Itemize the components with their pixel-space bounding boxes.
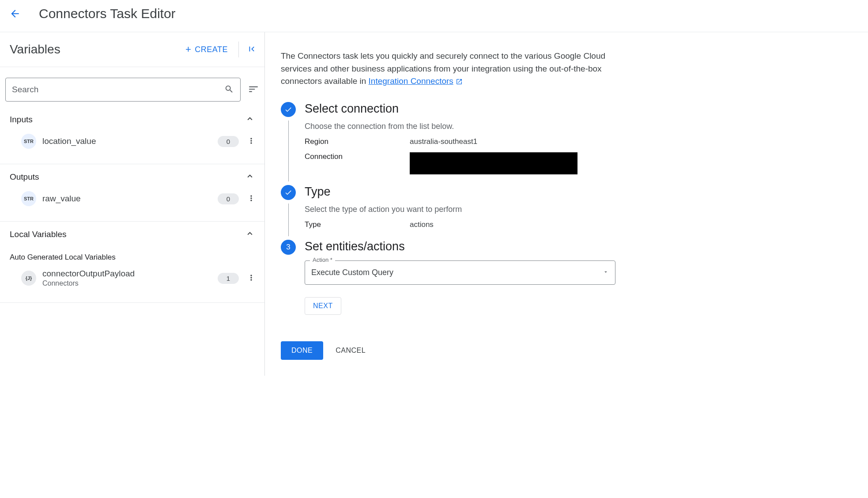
open-in-new-icon [456,76,463,86]
type-badge-str: STR [21,191,36,206]
collapse-panel-button[interactable] [244,42,259,58]
cancel-button[interactable]: CANCEL [336,347,366,355]
search-input[interactable] [12,85,224,94]
outputs-section-header[interactable]: Outputs [0,164,264,187]
step-number: 3 [281,240,296,255]
region-value: australia-southeast1 [410,137,477,146]
variables-panel: Variables + CREATE Inputs [0,32,265,376]
region-label: Region [305,137,410,146]
variable-row[interactable]: {J} connectorOutputPayload Connectors 1 [0,264,264,292]
step-complete-icon [281,185,296,200]
step-complete-icon [281,102,296,117]
more-vert-icon [247,136,256,145]
back-arrow-button[interactable] [9,8,21,20]
done-button[interactable]: DONE [281,341,323,360]
inputs-label: Inputs [10,115,245,124]
variable-more-button[interactable] [245,192,257,206]
create-label: CREATE [195,45,228,54]
arrow-left-icon [9,8,21,19]
filter-list-icon [248,83,259,95]
step-title: Type [305,185,852,199]
more-vert-icon [247,194,256,203]
local-variables-label: Local Variables [10,230,245,239]
action-value: Execute Custom Query [311,268,603,277]
type-badge-json: {J} [21,271,36,286]
variable-row[interactable]: STR location_value 0 [0,129,264,153]
type-value: actions [410,220,434,229]
variable-more-button[interactable] [245,272,257,285]
variable-name: connectorOutputPayload [42,269,211,279]
step-set-entities-actions: 3 Set entities/actions Action * Execute … [281,240,852,325]
step-type: Type Select the type of action you want … [281,185,852,240]
chevron-up-icon [245,171,255,182]
divider [238,42,239,57]
connection-value-redacted [410,152,577,174]
step-select-connection: Select connection Choose the connection … [281,102,852,185]
step-title: Set entities/actions [305,240,852,253]
variable-subtitle: Connectors [42,279,211,287]
create-variable-button[interactable]: + CREATE [180,40,233,59]
connection-label: Connection [305,152,410,161]
intro-text: The Connectors task lets you quickly and… [281,50,616,88]
inputs-section-header[interactable]: Inputs [0,107,264,129]
plus-icon: + [185,44,191,55]
reference-count-pill: 1 [218,273,239,284]
page-title: Connectors Task Editor [39,6,176,21]
action-field-label: Action * [310,257,335,263]
step-title: Select connection [305,102,852,116]
variable-name: location_value [42,136,211,146]
collapse-left-icon [247,44,257,54]
outputs-label: Outputs [10,172,245,182]
step-subtitle: Select the type of action you want to pe… [305,205,852,214]
step-subtitle: Choose the connection from the list belo… [305,122,852,131]
local-variables-section-header[interactable]: Local Variables [0,222,264,244]
action-dropdown[interactable]: Execute Custom Query [305,260,615,285]
variables-title: Variables [10,42,180,57]
reference-count-pill: 0 [218,193,239,204]
dropdown-caret-icon [603,268,609,277]
chevron-up-icon [245,229,255,240]
chevron-up-icon [245,114,255,125]
check-icon [284,106,292,113]
search-icon [224,84,234,95]
reference-count-pill: 0 [218,136,239,147]
next-button[interactable]: NEXT [305,297,341,315]
check-icon [284,189,292,196]
search-box[interactable] [5,78,241,102]
variable-row[interactable]: STR raw_value 0 [0,187,264,211]
auto-generated-label: Auto Generated Local Variables [0,244,264,264]
integration-connectors-link[interactable]: Integration Connectors [369,76,453,86]
top-header: Connectors Task Editor [0,0,868,32]
more-vert-icon [247,273,256,282]
variable-more-button[interactable] [245,135,257,148]
connector-config-panel: The Connectors task lets you quickly and… [265,32,868,376]
filter-button[interactable] [248,83,259,96]
type-badge-str: STR [21,134,36,149]
variable-name: raw_value [42,194,211,204]
type-label: Type [305,220,410,229]
